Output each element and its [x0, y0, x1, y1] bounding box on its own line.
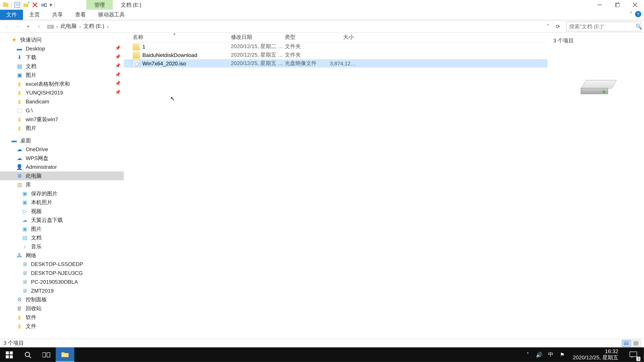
- close-button[interactable]: [626, 0, 644, 10]
- column-size[interactable]: 大小: [330, 33, 357, 41]
- contextual-tab-label: 管理: [86, 0, 113, 10]
- tree-quick-access[interactable]: ★快速访问: [0, 35, 124, 44]
- taskbar-file-explorer[interactable]: [56, 348, 74, 362]
- file-row[interactable]: BaiduNetdiskDownload2020/12/25, 星期五 1...…: [124, 51, 548, 59]
- tree-label: excel表格制作求和: [26, 80, 70, 88]
- tab-file[interactable]: 文件: [0, 10, 23, 20]
- properties-icon[interactable]: [13, 0, 22, 9]
- file-row[interactable]: 12020/12/15, 星期二 1...文件夹: [124, 42, 548, 51]
- tree-item[interactable]: ▮excel表格制作求和📌: [0, 80, 124, 88]
- task-view-button[interactable]: [37, 348, 56, 362]
- new-folder-icon[interactable]: ✦: [22, 0, 30, 9]
- pin-icon: 📌: [115, 81, 120, 86]
- recent-locations-dropdown[interactable]: ▾: [24, 22, 33, 31]
- tree-item[interactable]: ▬Desktop📌: [0, 44, 124, 53]
- chevron-right-icon[interactable]: ›: [106, 23, 110, 29]
- tree-item[interactable]: ▮Bandicam: [0, 97, 124, 106]
- svg-rect-34: [62, 352, 64, 353]
- ribbon-expand-icon[interactable]: ˅: [630, 11, 632, 17]
- taskbar-clock[interactable]: 16:32 2020/12/25, 星期五: [570, 349, 621, 361]
- address-dropdown-icon[interactable]: ˅: [545, 23, 551, 29]
- tree-item-onedrive[interactable]: ☁OneDrive: [0, 145, 124, 154]
- tree-item-libraries[interactable]: ▥库: [0, 180, 124, 189]
- tree-item-control-panel[interactable]: ⚙控制面板: [0, 295, 124, 304]
- minimize-button[interactable]: [591, 0, 608, 10]
- column-name[interactable]: 名称: [133, 33, 231, 41]
- taskbar[interactable]: ˄ 🔊 中 ⚑ 16:32 2020/12/25, 星期五 3: [0, 348, 644, 362]
- forward-button[interactable]: →: [13, 22, 22, 31]
- drive-icon: [47, 23, 54, 30]
- chevron-right-icon[interactable]: ›: [55, 23, 59, 29]
- file-rows[interactable]: 12020/12/15, 星期二 1...文件夹BaiduNetdiskDown…: [124, 42, 548, 67]
- column-type[interactable]: 类型: [285, 33, 330, 41]
- tree-item-user[interactable]: 👤Administrator: [0, 163, 124, 171]
- tree-item[interactable]: ▮软件: [0, 313, 124, 322]
- search-input[interactable]: [569, 23, 636, 29]
- tree-item[interactable]: 🖥PC-20190530OBLA: [0, 278, 124, 286]
- tab-view[interactable]: 查看: [69, 10, 92, 20]
- tree-item-network[interactable]: 🖧网络: [0, 251, 124, 260]
- computer-icon: 🖥: [16, 172, 23, 179]
- volume-icon[interactable]: 🔊: [536, 352, 543, 358]
- breadcrumb-this-pc[interactable]: 此电脑: [60, 22, 77, 30]
- tree-item[interactable]: ▮文件: [0, 322, 124, 331]
- rename-icon[interactable]: [40, 0, 48, 9]
- tab-home[interactable]: 主页: [23, 10, 46, 20]
- navigation-pane[interactable]: ★快速访问 ▬Desktop📌 ⬇下载📌 ▤文档📌 ▣图片📌 ▮excel表格制…: [0, 33, 124, 339]
- file-type: 文件夹: [285, 51, 330, 59]
- tree-item-recycle-bin[interactable]: 🗑回收站: [0, 304, 124, 313]
- breadcrumb-bar[interactable]: › 此电脑 › 文档 (E:) ›: [45, 21, 543, 31]
- ime-indicator[interactable]: 中: [547, 351, 554, 359]
- search-button[interactable]: [18, 348, 37, 362]
- tree-item[interactable]: ▮图片: [0, 124, 124, 133]
- column-headers[interactable]: ▴ 名称 修改日期 类型 大小: [124, 33, 548, 42]
- chevron-right-icon[interactable]: ›: [78, 23, 82, 29]
- search-icon[interactable]: 🔍: [636, 23, 642, 29]
- back-button[interactable]: ←: [3, 22, 12, 31]
- tree-item[interactable]: ▮YUNQISHI2019📌: [0, 88, 124, 97]
- tree-label: 软件: [26, 314, 36, 321]
- file-row[interactable]: Win7x64_2020.iso2020/12/25, 星期五 1...光盘映像…: [124, 59, 548, 67]
- start-button[interactable]: [0, 348, 18, 362]
- folder-icon: ▮: [16, 89, 23, 96]
- tree-item[interactable]: ▷视频: [0, 207, 124, 216]
- help-icon[interactable]: ?: [635, 11, 641, 17]
- tab-share[interactable]: 共享: [46, 10, 69, 20]
- delete-icon[interactable]: [30, 0, 40, 9]
- tree-item[interactable]: ♪音乐: [0, 242, 124, 251]
- tree-item[interactable]: 🖥DESKTOP-NJEU3CG: [0, 269, 124, 278]
- tree-item[interactable]: ▣本机照片: [0, 198, 124, 207]
- tree-item[interactable]: ⬚G:\: [0, 106, 124, 115]
- tree-item[interactable]: ▤文档📌: [0, 62, 124, 71]
- tree-item[interactable]: ▮win7重装win7: [0, 115, 124, 124]
- details-view-button[interactable]: [622, 340, 631, 347]
- tree-item-wps[interactable]: ☁WPS网盘: [0, 154, 124, 163]
- column-date[interactable]: 修改日期: [231, 33, 285, 41]
- search-box[interactable]: 🔍: [566, 21, 641, 31]
- tree-item[interactable]: 🖥ZMT2019: [0, 286, 124, 295]
- tray-overflow-icon[interactable]: ˄: [524, 352, 531, 358]
- qat-dropdown-icon[interactable]: ▾: [48, 0, 54, 9]
- breadcrumb-current[interactable]: 文档 (E:): [83, 22, 105, 30]
- icons-view-button[interactable]: [632, 340, 640, 347]
- tree-item[interactable]: ▣图片: [0, 225, 124, 233]
- tree-item[interactable]: ▤文档: [0, 233, 124, 242]
- tree-item[interactable]: ▣保存的图片: [0, 189, 124, 198]
- action-center-button[interactable]: 3: [626, 348, 641, 362]
- refresh-button[interactable]: ⟳: [553, 21, 562, 31]
- pictures-icon: ▣: [21, 190, 28, 197]
- security-icon[interactable]: ⚑: [559, 352, 566, 358]
- maximize-button[interactable]: [608, 0, 626, 10]
- tree-item[interactable]: 🖥DESKTOP-LSSOEDP: [0, 260, 124, 269]
- documents-icon: ▤: [16, 63, 23, 70]
- tree-item[interactable]: ▣图片📌: [0, 71, 124, 80]
- tree-item[interactable]: ⬇下载📌: [0, 53, 124, 62]
- screen: ✦ ▾ 管理 文档 (E:) 文件 主页 共享 查看 驱动器工具 ˅ ? ← →…: [0, 0, 644, 362]
- up-button[interactable]: ↑: [34, 22, 44, 31]
- tree-item-this-pc[interactable]: 🖥此电脑: [0, 171, 124, 180]
- tree-item[interactable]: ☁天翼云盘下载: [0, 216, 124, 225]
- tab-drive-tools[interactable]: 驱动器工具: [92, 10, 131, 20]
- svg-rect-21: [634, 341, 636, 343]
- tree-desktop[interactable]: ▬桌面: [0, 136, 124, 145]
- svg-rect-13: [616, 3, 620, 7]
